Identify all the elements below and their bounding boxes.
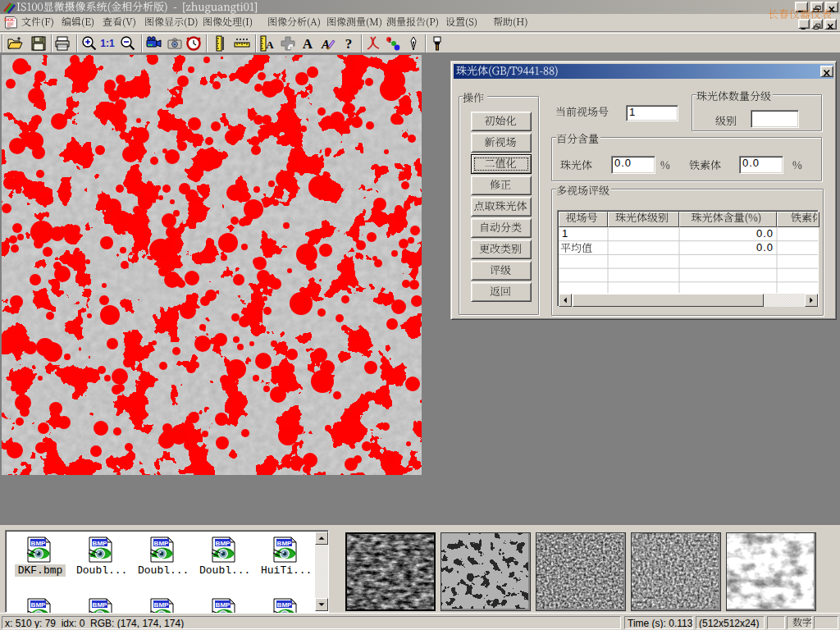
- svg-text:DOC: DOC: [4, 17, 15, 22]
- svg-text:BMP: BMP: [154, 601, 169, 609]
- svg-text:A: A: [303, 36, 313, 52]
- svg-text:BMP: BMP: [31, 601, 46, 609]
- svg-text:BMP: BMP: [154, 540, 169, 547]
- svg-text:BMP: BMP: [216, 540, 231, 547]
- svg-text:A: A: [266, 39, 274, 51]
- svg-text:BMP: BMP: [93, 601, 107, 609]
- svg-text:BMP: BMP: [277, 601, 292, 609]
- svg-text:BMP: BMP: [216, 601, 231, 609]
- svg-text:1:1: 1:1: [100, 38, 115, 49]
- svg-text:BMP: BMP: [93, 540, 107, 547]
- svg-text:BMP: BMP: [277, 540, 292, 547]
- svg-text:?: ?: [345, 36, 353, 52]
- svg-text:BMP: BMP: [31, 540, 46, 547]
- svg-text:1: 1: [388, 38, 391, 43]
